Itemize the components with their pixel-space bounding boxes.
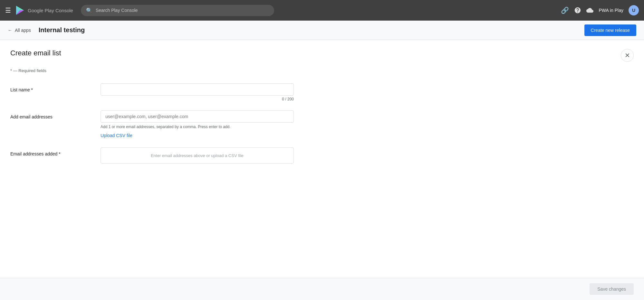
modal-header: Create email list ✕ — [0, 40, 644, 68]
nav-right-actions: 🔗 PWA in Play U — [561, 5, 639, 15]
email-added-label: Email addresses added * — [10, 147, 101, 156]
help-icon-button[interactable] — [574, 7, 581, 14]
save-changes-button[interactable]: Save changes — [590, 283, 634, 295]
hamburger-menu[interactable]: ☰ — [5, 6, 11, 14]
google-play-logo-icon — [15, 5, 25, 15]
upload-csv-link[interactable]: Upload CSV file — [101, 133, 132, 138]
cloud-icon-button[interactable] — [586, 7, 593, 14]
back-label: All apps — [15, 28, 31, 33]
page-title: Internal testing — [39, 26, 85, 34]
search-icon: 🔍 — [86, 7, 92, 14]
email-added-control-wrap: Enter email addresses above or upload a … — [101, 147, 294, 164]
list-name-control-wrap: 0 / 200 — [101, 83, 294, 101]
search-placeholder-text: Search Play Console — [96, 8, 138, 13]
hamburger-icon: ☰ — [5, 6, 11, 14]
list-name-label: List name * — [10, 83, 101, 92]
add-email-control-wrap: Add 1 or more email addresses, separated… — [101, 110, 294, 138]
list-name-row: List name * 0 / 200 — [10, 83, 634, 101]
link-icon-button[interactable]: 🔗 — [561, 6, 569, 14]
sub-nav: ← All apps Internal testing Create new r… — [0, 21, 644, 40]
email-addresses-added-row: Email addresses added * Enter email addr… — [10, 147, 634, 164]
add-email-addresses-row: Add email addresses Add 1 or more email … — [10, 110, 634, 138]
back-arrow-icon: ← — [8, 28, 12, 33]
modal-footer: Save changes — [0, 278, 644, 300]
list-name-input[interactable] — [101, 83, 294, 96]
create-email-list-modal: Create email list ✕ * — Required fields … — [0, 40, 644, 300]
list-name-char-count: 0 / 200 — [101, 97, 294, 101]
top-nav: ☰ Google Play Console 🔍 Search Play Cons… — [0, 0, 644, 21]
add-email-input[interactable] — [101, 110, 294, 123]
modal-title: Create email list — [10, 49, 61, 57]
add-email-label: Add email addresses — [10, 110, 101, 119]
add-email-helper-text: Add 1 or more email addresses, separated… — [101, 125, 294, 129]
create-new-release-button[interactable]: Create new release — [584, 24, 636, 36]
nav-logo: Google Play Console — [15, 5, 73, 15]
required-fields-note: * — Required fields — [10, 68, 634, 73]
nav-app-name: PWA in Play — [599, 8, 623, 13]
modal-content: * — Required fields List name * 0 / 200 … — [0, 68, 644, 278]
modal-close-button[interactable]: ✕ — [621, 49, 634, 62]
nav-logo-text: Google Play Console — [28, 8, 73, 13]
user-avatar[interactable]: U — [629, 5, 639, 15]
search-bar[interactable]: 🔍 Search Play Console — [81, 5, 274, 16]
modal-overlay: Create email list ✕ * — Required fields … — [0, 40, 644, 300]
email-added-display-box: Enter email addresses above or upload a … — [101, 147, 294, 164]
back-to-all-apps[interactable]: ← All apps — [8, 28, 31, 33]
